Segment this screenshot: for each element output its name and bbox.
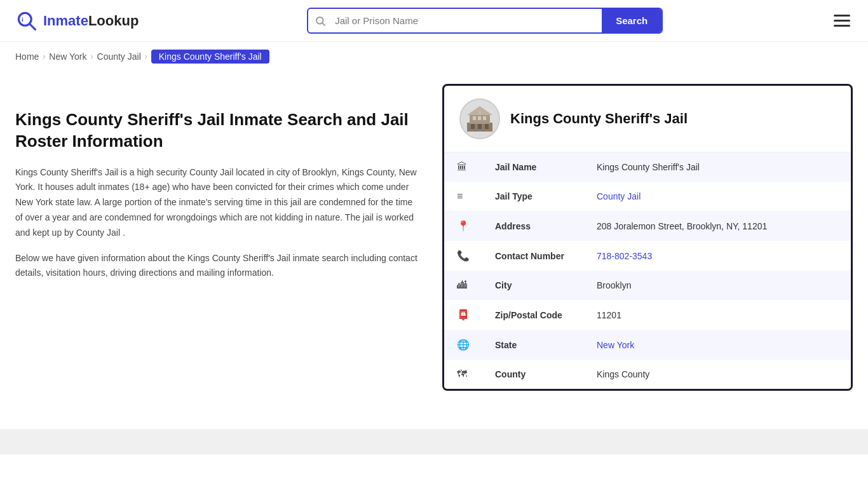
- breadcrumb-sep-3: ›: [145, 52, 147, 61]
- breadcrumb-type[interactable]: County Jail: [97, 51, 141, 62]
- svg-line-4: [323, 23, 325, 25]
- search-bar: Search: [307, 8, 663, 34]
- svg-text:i: i: [22, 15, 24, 22]
- description-paragraph-2: Below we have given information about th…: [15, 251, 422, 281]
- row-label: Jail Type: [482, 182, 584, 211]
- svg-rect-9: [478, 124, 482, 129]
- svg-rect-11: [473, 116, 476, 120]
- breadcrumb-active: Kings County Sheriff's Jail: [151, 50, 269, 64]
- footer-bar: [0, 429, 868, 454]
- info-table: 🏛Jail NameKings County Sheriff's Jail≡Ja…: [444, 152, 851, 389]
- table-row: 📍Address208 Joralemon Street, Brooklyn, …: [444, 211, 851, 241]
- row-icon: 🏛: [444, 152, 482, 182]
- svg-rect-10: [485, 124, 489, 129]
- jail-avatar: [459, 98, 500, 139]
- table-row: 🏛Jail NameKings County Sheriff's Jail: [444, 152, 851, 182]
- row-value[interactable]: New York: [584, 330, 851, 360]
- info-card: Kings County Sheriff's Jail 🏛Jail NameKi…: [442, 84, 853, 391]
- table-row: 🗺CountyKings County: [444, 360, 851, 389]
- row-value: Kings County: [584, 360, 851, 389]
- card-title: Kings County Sheriff's Jail: [510, 111, 688, 127]
- row-icon: 📞: [444, 241, 482, 271]
- search-icon: [308, 15, 332, 27]
- row-link[interactable]: County Jail: [597, 191, 641, 201]
- svg-rect-12: [478, 116, 481, 120]
- logo-text: InmateLookup: [43, 13, 139, 29]
- svg-point-3: [316, 17, 323, 24]
- main-content: Kings County Sheriff's Jail Inmate Searc…: [0, 71, 868, 403]
- row-value: Kings County Sheriff's Jail: [584, 152, 851, 182]
- page-heading: Kings County Sheriff's Jail Inmate Searc…: [15, 109, 422, 152]
- search-input[interactable]: [332, 9, 602, 32]
- row-link[interactable]: 718-802-3543: [597, 251, 652, 261]
- row-icon: ≡: [444, 182, 482, 211]
- breadcrumb: Home › New York › County Jail › Kings Co…: [0, 42, 868, 71]
- table-row: 📞Contact Number718-802-3543: [444, 241, 851, 271]
- row-label: Address: [482, 211, 584, 241]
- table-row: 🏙CityBrooklyn: [444, 271, 851, 300]
- row-label: City: [482, 271, 584, 300]
- logo-icon: i: [15, 10, 38, 32]
- breadcrumb-sep-1: ›: [43, 52, 45, 61]
- breadcrumb-sep-2: ›: [91, 52, 93, 61]
- row-icon: 🏙: [444, 271, 482, 300]
- description-paragraph-1: Kings County Sheriff's Jail is a high se…: [15, 165, 422, 241]
- row-icon: 🗺: [444, 360, 482, 389]
- row-link[interactable]: New York: [597, 340, 634, 350]
- row-label: County: [482, 360, 584, 389]
- row-icon: 🌐: [444, 330, 482, 360]
- row-icon: 📍: [444, 211, 482, 241]
- row-label: Contact Number: [482, 241, 584, 271]
- table-row: 🌐StateNew York: [444, 330, 851, 360]
- row-value[interactable]: 718-802-3543: [584, 241, 851, 271]
- logo[interactable]: i InmateLookup: [15, 10, 139, 32]
- row-value[interactable]: County Jail: [584, 182, 851, 211]
- table-row: ≡Jail TypeCounty Jail: [444, 182, 851, 211]
- site-header: i InmateLookup Search: [0, 0, 868, 42]
- svg-rect-8: [471, 124, 475, 129]
- row-label: Zip/Postal Code: [482, 300, 584, 330]
- menu-button[interactable]: [831, 12, 853, 29]
- breadcrumb-state[interactable]: New York: [49, 51, 86, 62]
- breadcrumb-home[interactable]: Home: [15, 51, 39, 62]
- svg-line-1: [30, 24, 36, 29]
- row-label: State: [482, 330, 584, 360]
- row-value: 208 Joralemon Street, Brooklyn, NY, 1120…: [584, 211, 851, 241]
- search-button[interactable]: Search: [602, 9, 661, 32]
- card-header: Kings County Sheriff's Jail: [444, 86, 851, 152]
- svg-rect-13: [483, 116, 486, 120]
- row-label: Jail Name: [482, 152, 584, 182]
- row-value: 11201: [584, 300, 851, 330]
- left-panel: Kings County Sheriff's Jail Inmate Searc…: [15, 84, 422, 391]
- row-value: Brooklyn: [584, 271, 851, 300]
- svg-rect-14: [478, 110, 481, 115]
- row-icon: 📮: [444, 300, 482, 330]
- table-row: 📮Zip/Postal Code11201: [444, 300, 851, 330]
